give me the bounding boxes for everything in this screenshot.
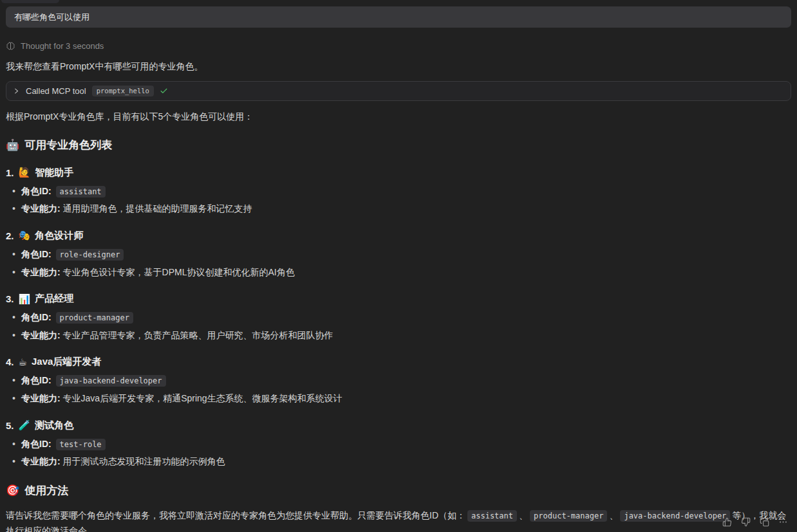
user-message-text: 有哪些角色可以使用: [14, 12, 89, 23]
previous-message-edge: [1, 0, 59, 3]
role-section-test-role: 5. 🧪 测试角色 角色ID: test-role 专业能力: 用于测试动态发现…: [6, 419, 791, 468]
role-ability-item: 专业能力: 用于测试动态发现和注册功能的示例角色: [12, 455, 791, 468]
check-icon: [160, 87, 168, 95]
role-id-item: 角色ID: java-backend-developer: [12, 374, 791, 387]
role-detail-list: 角色ID: java-backend-developer 专业能力: 专业Jav…: [6, 374, 791, 405]
role-id-item: 角色ID: assistant: [12, 185, 791, 198]
role-heading: 5. 🧪 测试角色: [6, 419, 791, 432]
role-section-assistant: 1. 🙋 智能助手 角色ID: assistant 专业能力: 通用助理角色，提…: [6, 167, 791, 216]
thumbs-down-icon[interactable]: [739, 515, 752, 528]
role-id-code: java-backend-developer: [56, 375, 166, 387]
role-ability-item: 专业能力: 专业Java后端开发专家，精通Spring生态系统、微服务架构和系统…: [12, 392, 791, 405]
role-id-label: 角色ID:: [21, 439, 52, 449]
role-id-item: 角色ID: product-manager: [12, 311, 791, 324]
role-heading: 1. 🙋 智能助手: [6, 167, 791, 179]
role-id-code: assistant: [56, 186, 106, 197]
role-ability-item: 专业能力: 通用助理角色，提供基础的助理服务和记忆支持: [12, 203, 791, 216]
role-heading: 4. ☕ Java后端开发者: [6, 356, 791, 368]
roles-list-heading-text: 可用专业角色列表: [24, 138, 112, 152]
copy-icon[interactable]: [758, 515, 771, 528]
robot-emoji-icon: 🤖: [6, 138, 19, 152]
usage-separator-2: 、: [609, 510, 618, 520]
result-intro-paragraph: 根据PromptX专业角色库，目前有以下5个专业角色可以使用：: [6, 111, 791, 123]
role-ability-text: 专业角色设计专家，基于DPML协议创建和优化新的AI角色: [63, 267, 295, 277]
assistant-intro-paragraph: 我来帮您查看PromptX中有哪些可用的专业角色。: [6, 60, 791, 73]
role-number: 1.: [6, 167, 14, 178]
roles-list-heading: 🤖 可用专业角色列表: [6, 138, 791, 152]
role-heading: 3. 📊 产品经理: [6, 293, 791, 305]
role-detail-list: 角色ID: product-manager 专业能力: 专业产品管理专家，负责产…: [6, 311, 791, 342]
role-number: 2.: [6, 230, 14, 241]
role-detail-list: 角色ID: role-designer 专业能力: 专业角色设计专家，基于DPM…: [6, 248, 791, 279]
role-name: Java后端开发者: [32, 356, 101, 368]
usage-code-product-manager: product-manager: [530, 510, 607, 522]
thumbs-up-icon[interactable]: [720, 515, 733, 528]
test-tube-emoji-icon: 🧪: [19, 419, 31, 431]
role-id-label: 角色ID:: [21, 375, 52, 385]
usage-code-java-backend-developer: java-backend-developer: [620, 510, 730, 522]
message-actions-toolbar: [720, 515, 789, 528]
role-id-label: 角色ID:: [21, 312, 52, 322]
role-id-code: test-role: [56, 439, 106, 450]
usage-heading-text: 使用方法: [24, 483, 68, 498]
role-name: 测试角色: [35, 419, 73, 432]
usage-separator-1: 、: [519, 510, 528, 520]
role-ability-label: 专业能力:: [21, 330, 61, 340]
brain-icon: [6, 41, 15, 51]
role-ability-text: 通用助理角色，提供基础的助理服务和记忆支持: [63, 203, 252, 214]
tool-call-label: Called MCP tool: [26, 86, 86, 96]
role-ability-label: 专业能力:: [21, 456, 61, 466]
role-section-role-designer: 2. 🎭 角色设计师 角色ID: role-designer 专业能力: 专业角…: [6, 230, 791, 279]
role-name: 智能助手: [35, 167, 73, 179]
thought-summary[interactable]: Thought for 3 seconds: [6, 41, 791, 51]
role-ability-label: 专业能力:: [21, 203, 61, 214]
role-detail-list: 角色ID: assistant 专业能力: 通用助理角色，提供基础的助理服务和记…: [6, 185, 791, 216]
role-id-item: 角色ID: test-role: [12, 438, 791, 451]
role-name: 角色设计师: [35, 230, 83, 242]
role-heading: 2. 🎭 角色设计师: [6, 230, 791, 242]
more-options-icon[interactable]: [776, 515, 789, 528]
role-number: 4.: [6, 356, 14, 367]
chat-transcript: 有哪些角色可以使用 Thought for 3 seconds 我来帮您查看Pr…: [0, 6, 797, 532]
usage-text-1: 请告诉我您需要哪个角色的专业服务，我将立即激活对应的专家角色为您提供专业帮助。只…: [6, 510, 465, 520]
role-number: 3.: [6, 293, 14, 304]
role-id-item: 角色ID: role-designer: [12, 248, 791, 261]
usage-paragraph: 请告诉我您需要哪个角色的专业服务，我将立即激活对应的专家角色为您提供专业帮助。只…: [6, 508, 791, 532]
role-id-code: product-manager: [56, 312, 133, 324]
role-ability-label: 专业能力:: [21, 393, 61, 403]
role-name: 产品经理: [35, 293, 73, 305]
role-id-label: 角色ID:: [21, 249, 52, 259]
role-section-java-backend-developer: 4. ☕ Java后端开发者 角色ID: java-backend-develo…: [6, 356, 791, 405]
usage-heading: 🎯 使用方法: [6, 483, 791, 498]
target-emoji-icon: 🎯: [6, 484, 19, 497]
role-ability-text: 专业产品管理专家，负责产品策略、用户研究、市场分析和团队协作: [63, 330, 333, 340]
role-number: 5.: [6, 420, 14, 431]
user-message-bubble[interactable]: 有哪些角色可以使用: [6, 6, 791, 28]
role-id-code: role-designer: [56, 249, 124, 261]
masks-emoji-icon: 🎭: [19, 230, 31, 241]
role-id-label: 角色ID:: [21, 186, 52, 196]
role-ability-label: 专业能力:: [21, 267, 61, 277]
role-ability-item: 专业能力: 专业角色设计专家，基于DPML协议创建和优化新的AI角色: [12, 266, 791, 279]
bar-chart-emoji-icon: 📊: [19, 293, 31, 305]
role-ability-item: 专业能力: 专业产品管理专家，负责产品策略、用户研究、市场分析和团队协作: [12, 329, 791, 342]
thought-label: Thought for 3 seconds: [21, 41, 104, 51]
tool-name-badge: promptx_hello: [92, 86, 154, 96]
role-ability-text: 专业Java后端开发专家，精通Spring生态系统、微服务架构和系统设计: [63, 393, 342, 403]
mcp-tool-call-panel[interactable]: Called MCP tool promptx_hello: [6, 81, 791, 101]
role-ability-text: 用于测试动态发现和注册功能的示例角色: [63, 456, 225, 466]
coffee-emoji-icon: ☕: [19, 356, 27, 368]
role-section-product-manager: 3. 📊 产品经理 角色ID: product-manager 专业能力: 专业…: [6, 293, 791, 342]
person-raising-hand-emoji-icon: 🙋: [19, 167, 31, 178]
role-detail-list: 角色ID: test-role 专业能力: 用于测试动态发现和注册功能的示例角色: [6, 438, 791, 468]
usage-code-assistant: assistant: [467, 510, 517, 522]
chevron-right-icon[interactable]: [13, 87, 20, 95]
